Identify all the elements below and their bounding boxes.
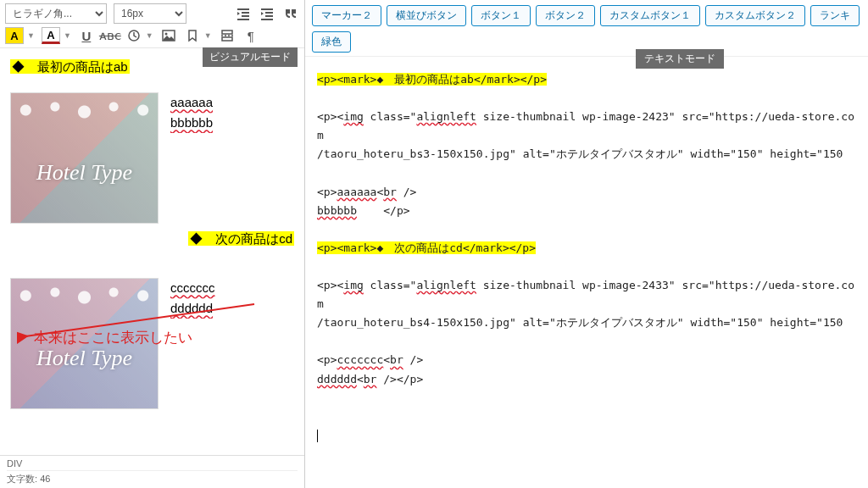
- image-icon[interactable]: [160, 27, 177, 44]
- visual-editor-body[interactable]: ◆ 最初の商品はab Hotel Type aaaaaa bbbbbb ◆ 次の…: [0, 48, 304, 455]
- clock-icon[interactable]: [125, 27, 142, 44]
- text-mode-badge: テキストモード: [636, 49, 724, 69]
- quicktag-bar: マーカー２ 横並びボタン ボタン１ ボタン２ カスタムボタン１ カスタムボタン２…: [305, 0, 868, 57]
- code-line-6: <p><mark>◆ 次の商品はcd</mark></p>: [317, 241, 536, 254]
- svg-point-2: [164, 33, 167, 36]
- mark-heading-2: ◆ 次の商品はcd: [188, 231, 294, 246]
- toolbar: ヒラギノ角... 16px A▼ A▼ U ᴀʙᴄ ▼ ▼ ¶: [0, 0, 304, 48]
- btn-green[interactable]: 緑色: [312, 31, 351, 53]
- pilcrow-icon[interactable]: ¶: [242, 27, 259, 44]
- btn-custom1[interactable]: カスタムボタン１: [600, 5, 700, 26]
- indent-icon[interactable]: [259, 5, 275, 22]
- text-color-button[interactable]: A: [42, 27, 60, 44]
- blockquote-icon[interactable]: [282, 5, 299, 22]
- outdent-icon[interactable]: [235, 5, 252, 22]
- btn-1[interactable]: ボタン１: [471, 5, 531, 26]
- dropdown-icon[interactable]: ▼: [27, 31, 35, 40]
- element-path: DIV: [7, 458, 298, 469]
- strike-icon[interactable]: ᴀʙᴄ: [102, 27, 119, 44]
- text-cursor: [317, 430, 318, 442]
- product-thumb-1[interactable]: Hotel Type: [10, 92, 159, 224]
- btn-inline[interactable]: 横並びボタン: [387, 5, 466, 26]
- text-aaaaaa: aaaaaa: [170, 95, 213, 109]
- pagebreak-icon[interactable]: [219, 27, 236, 44]
- btn-marker2[interactable]: マーカー２: [312, 5, 381, 26]
- visual-editor-pane: ヒラギノ角... 16px A▼ A▼ U ᴀʙᴄ ▼ ▼ ¶ ビジュアルモード: [0, 0, 305, 488]
- text-editor-pane: マーカー２ 横並びボタン ボタン１ ボタン２ カスタムボタン１ カスタムボタン２…: [305, 0, 868, 488]
- dropdown-icon[interactable]: ▼: [64, 31, 71, 40]
- font-family-select[interactable]: ヒラギノ角...: [5, 3, 107, 24]
- btn-custom2[interactable]: カスタムボタン２: [705, 5, 805, 26]
- wordcount-value: 46: [40, 474, 50, 484]
- bookmark-icon[interactable]: [184, 27, 201, 44]
- text-bbbbbb: bbbbbb: [170, 115, 213, 130]
- annotation-text: 本来はここに表示したい: [34, 326, 192, 349]
- btn-2[interactable]: ボタン２: [536, 5, 595, 26]
- block-1: Hotel Type aaaaaa bbbbbb ◆ 次の商品はcd: [10, 92, 294, 249]
- text-ccccccc: ccccccc: [170, 280, 215, 295]
- underline-icon[interactable]: U: [78, 27, 95, 44]
- text-editor-body[interactable]: <p><mark>◆ 最初の商品はab</mark></p> <p><img c…: [305, 57, 868, 488]
- dropdown-icon[interactable]: ▼: [146, 31, 153, 40]
- text-bgcolor-button[interactable]: A: [5, 27, 24, 44]
- code-line-1: <p><mark>◆ 最初の商品はab</mark></p>: [317, 73, 547, 86]
- mark-heading-1: ◆ 最初の商品はab: [10, 59, 130, 74]
- status-bar: DIV 文字数: 46: [0, 455, 304, 488]
- visual-mode-badge: ビジュアルモード: [203, 47, 298, 67]
- dropdown-icon[interactable]: ▼: [204, 31, 212, 40]
- text-dddddd: dddddd: [170, 301, 213, 315]
- btn-rank[interactable]: ランキ: [810, 5, 860, 26]
- wordcount-label: 文字数:: [7, 474, 37, 484]
- font-size-select[interactable]: 16px: [114, 3, 186, 24]
